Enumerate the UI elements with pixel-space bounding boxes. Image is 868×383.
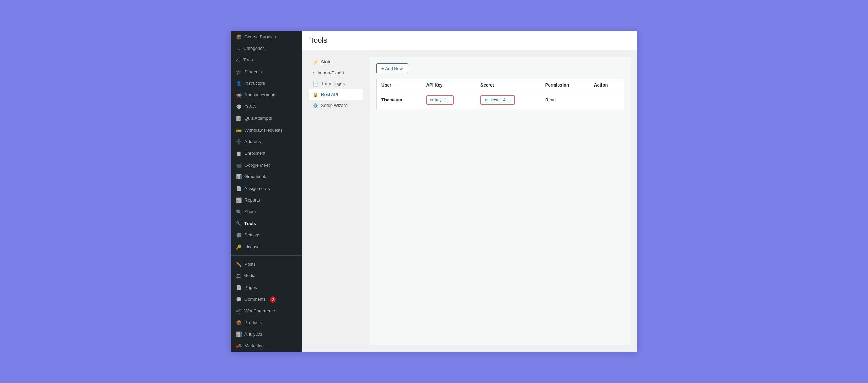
- sidebar-item-woocommerce[interactable]: 🛒WooCommerce: [231, 305, 302, 317]
- sidebar-icon: ➕: [236, 138, 242, 146]
- api-key-badge[interactable]: ⧉ key_1...: [426, 95, 454, 105]
- sidebar-bottom-label: Marketing: [244, 343, 264, 350]
- sidebar-item-withdraw-requests[interactable]: 💳Withdraw Requests: [231, 125, 302, 136]
- sidebar-label: Enrollment: [244, 150, 265, 157]
- sidebar-item-media[interactable]: 🖼Media: [231, 270, 302, 282]
- sidebar-label: Tags: [243, 57, 253, 64]
- sidebar-label: Google Meet: [244, 162, 270, 169]
- permission-value: Read: [545, 97, 556, 102]
- sidebar-item-marketing[interactable]: 📣Marketing: [231, 340, 302, 352]
- sidebar-item-tools[interactable]: 🔧Tools: [231, 218, 302, 229]
- sidebar-bottom-icon: 🛒: [236, 307, 242, 315]
- sidebar-bottom-label: Comments: [244, 296, 266, 303]
- sidebar-item-posts[interactable]: ✏️Posts: [231, 258, 302, 270]
- sidebar-item-pages[interactable]: 📄Pages: [231, 282, 302, 293]
- sidebar-bottom-icon: ✏️: [236, 261, 242, 268]
- sidebar-label: Quiz Attempts: [244, 115, 272, 122]
- sidebar-bottom-label: Pages: [244, 284, 257, 291]
- sidebar-label: Reports: [244, 197, 260, 204]
- sidebar-item-analytics[interactable]: 📊Analytics: [231, 328, 302, 340]
- sub-nav-icon: 📄: [313, 81, 318, 87]
- col-header-user: User: [377, 79, 421, 91]
- add-new-button[interactable]: + Add New: [376, 63, 408, 73]
- sidebar-item-products[interactable]: 📦Products: [231, 317, 302, 328]
- sub-nav-label: Tutor Pages: [321, 81, 345, 86]
- sub-nav-icon: ⚙️: [313, 103, 318, 108]
- sidebar-bottom-label: Analytics: [244, 331, 262, 338]
- sidebar-icon: 👤: [236, 80, 242, 87]
- sidebar-label: Zoom: [244, 208, 256, 215]
- sidebar-icon: 📄: [236, 185, 242, 192]
- sub-nav-label: Rest API: [321, 92, 338, 97]
- user-name: Themeum: [381, 97, 402, 102]
- action-menu-button[interactable]: ⋮: [594, 97, 600, 103]
- cell-permission: Read: [540, 91, 589, 109]
- sidebar-icon: 🔍: [236, 208, 242, 216]
- sidebar-item-q-&-a[interactable]: 💬Q & A: [231, 101, 302, 113]
- sub-nav: ⚡Status↕️Import/Export📄Tutor Pages🔒Rest …: [309, 57, 363, 345]
- sidebar-item-license[interactable]: 🔑License: [231, 241, 302, 253]
- table-header: UserAPI KeySecretPermissionAction: [377, 79, 624, 91]
- sub-nav-item-status[interactable]: ⚡Status: [309, 57, 363, 68]
- sidebar-bottom-label: Media: [243, 272, 255, 280]
- sidebar-item-add-ons[interactable]: ➕Add-ons: [231, 136, 302, 148]
- copy-secret-icon: ⧉: [485, 98, 488, 102]
- sidebar-item-quiz-attempts[interactable]: 📝Quiz Attempts: [231, 113, 302, 124]
- sub-nav-item-rest-api[interactable]: 🔒Rest API: [309, 89, 363, 100]
- sidebar-bottom-icon: 💬: [236, 295, 242, 303]
- sidebar-item-instructors[interactable]: 👤Instructors: [231, 78, 302, 89]
- sidebar-label: Instructors: [244, 80, 265, 87]
- sidebar-icon: 📢: [236, 92, 242, 99]
- cell-api-key: ⧉ key_1...: [421, 91, 476, 109]
- col-header-api-key: API Key: [421, 79, 476, 91]
- copy-icon: ⧉: [430, 98, 433, 102]
- sub-nav-label: Import/Export: [318, 70, 344, 75]
- sub-nav-item-setup-wizard[interactable]: ⚙️Setup Wizard: [309, 100, 363, 111]
- sidebar-item-google-meet[interactable]: 📹Google Meet: [231, 159, 302, 171]
- sidebar-item-announcements[interactable]: 📢Announcements: [231, 90, 302, 101]
- sidebar-item-enrollment[interactable]: 📋Enrollment: [231, 148, 302, 159]
- sidebar-bottom-icon: 📄: [236, 284, 242, 291]
- sidebar-bottom-label: WooCommerce: [244, 308, 275, 315]
- secret-badge[interactable]: ⧉ secret_4a...: [480, 95, 515, 105]
- sub-nav-item-import/export[interactable]: ↕️Import/Export: [309, 68, 363, 78]
- sidebar-label: Course Bundles: [244, 34, 276, 41]
- sidebar-label: Assignments: [244, 185, 270, 192]
- col-header-permission: Permission: [540, 79, 589, 91]
- sidebar-label: Tools: [244, 220, 256, 227]
- sidebar-item-categories[interactable]: 🗂Categories: [231, 43, 302, 54]
- sidebar-icon: 📦: [236, 33, 242, 41]
- sub-nav-icon: ⚡: [313, 59, 318, 65]
- sidebar-item-tags[interactable]: 🏷Tags: [231, 55, 302, 66]
- cell-user: Themeum: [377, 91, 421, 109]
- sidebar-item-gradebook[interactable]: 📊Gradebook: [231, 171, 302, 183]
- sidebar-item-course-bundles[interactable]: 📦Course Bundles: [231, 31, 302, 43]
- sidebar-icon: 📈: [236, 196, 242, 204]
- main-content: Tools ⚡Status↕️Import/Export📄Tutor Pages…: [302, 31, 637, 352]
- sidebar-label: Students: [244, 69, 262, 76]
- sidebar-item-zoom[interactable]: 🔍Zoom: [231, 206, 302, 218]
- sidebar-icon: 🗂: [236, 45, 241, 52]
- col-header-action: Action: [589, 79, 624, 91]
- sidebar-icon: 🔧: [236, 220, 242, 227]
- sidebar-divider: [231, 255, 302, 256]
- col-header-secret: Secret: [476, 79, 540, 91]
- api-table: UserAPI KeySecretPermissionAction Themeu…: [376, 79, 624, 109]
- sidebar-bottom-label: Products: [244, 319, 262, 326]
- sidebar-item-students[interactable]: 🎓Students: [231, 66, 302, 78]
- sidebar-label: License: [244, 244, 260, 251]
- sidebar-item-comments[interactable]: 💬Comments3: [231, 293, 302, 305]
- sidebar-icon: 💳: [236, 127, 242, 134]
- sub-nav-item-tutor-pages[interactable]: 📄Tutor Pages: [309, 78, 363, 89]
- sidebar-icon: 📊: [236, 173, 242, 180]
- sidebar-icon: 🔑: [236, 243, 242, 251]
- page-title: Tools: [310, 36, 629, 45]
- sidebar-bottom-icon: 📣: [236, 342, 242, 350]
- sub-nav-icon: ↕️: [313, 70, 315, 76]
- sidebar-item-assignments[interactable]: 📄Assignments: [231, 183, 302, 194]
- sub-nav-label: Status: [321, 59, 334, 64]
- sidebar-bottom-icon: 🖼: [236, 272, 241, 280]
- sidebar-item-reports[interactable]: 📈Reports: [231, 194, 302, 206]
- sidebar-item-settings[interactable]: ⚙️Settings: [231, 229, 302, 241]
- sidebar-icon: 📝: [236, 115, 242, 122]
